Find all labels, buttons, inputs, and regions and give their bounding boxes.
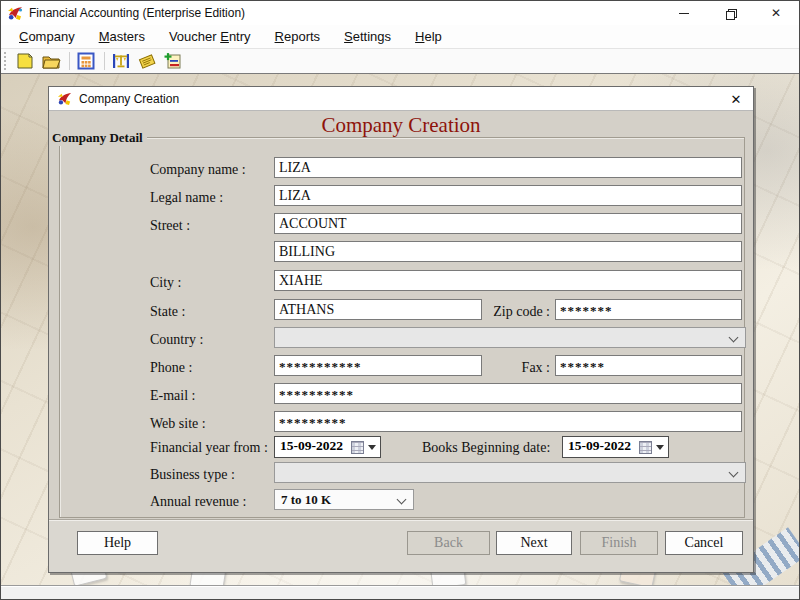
annual-revenue-value: 7 to 10 K xyxy=(281,490,331,510)
menu-bar: CompanyMastersVoucher EntryReportsSettin… xyxy=(1,25,799,49)
phone-label: Phone : xyxy=(150,357,192,378)
help-button[interactable]: Help xyxy=(77,531,158,555)
calendar-icon xyxy=(639,441,652,454)
annual-revenue-select[interactable]: 7 to 10 K xyxy=(274,489,414,510)
chevron-down-icon xyxy=(729,333,739,343)
financial-year-from-datepicker[interactable]: 15-09-2022 xyxy=(274,436,381,458)
business-type-label: Business type : xyxy=(150,464,235,485)
street2-input[interactable] xyxy=(274,241,742,262)
company-name-label: Company name : xyxy=(150,159,246,180)
financial-year-from-value: 15-09-2022 xyxy=(280,438,343,454)
state-input[interactable] xyxy=(274,299,482,320)
window-controls: ✕ xyxy=(661,1,799,25)
dialog-title: Company Creation xyxy=(79,92,179,106)
back-button[interactable]: Back xyxy=(407,531,490,555)
menu-item-voucher-entry[interactable]: Voucher Entry xyxy=(157,26,263,47)
dialog-close-button[interactable]: ✕ xyxy=(725,87,747,111)
toolbar-separator xyxy=(104,52,105,70)
company-name-input[interactable] xyxy=(274,157,742,178)
website-input[interactable] xyxy=(274,411,742,432)
restore-icon xyxy=(726,9,735,18)
country-label: Country : xyxy=(150,329,203,350)
window-title: Financial Accounting (Enterprise Edition… xyxy=(29,6,245,20)
toolbar-grip[interactable] xyxy=(4,52,8,70)
menu-item-masters[interactable]: Masters xyxy=(87,26,157,47)
app-window: Financial Accounting (Enterprise Edition… xyxy=(0,0,800,600)
zip-code-label: Zip code : xyxy=(469,301,550,322)
country-select[interactable] xyxy=(274,327,746,348)
fax-input[interactable] xyxy=(555,355,742,376)
chevron-down-icon xyxy=(729,468,739,478)
dropdown-arrow-icon xyxy=(656,445,664,450)
street-input[interactable] xyxy=(274,213,742,234)
balance-scale-icon[interactable] xyxy=(109,50,133,72)
fax-label: Fax : xyxy=(489,357,550,378)
website-label: Web site : xyxy=(150,413,206,434)
company-creation-dialog: Company Creation ✕ Company Creation Comp… xyxy=(48,86,754,573)
notepad-icon[interactable] xyxy=(135,50,159,72)
financial-year-from-label: Financial year from : xyxy=(150,437,268,458)
workspace-background: Company Creation ✕ Company Creation Comp… xyxy=(1,73,799,585)
menu-item-reports[interactable]: Reports xyxy=(263,26,333,47)
menu-item-company[interactable]: Company xyxy=(7,26,87,47)
toolbar-separator xyxy=(69,52,70,70)
close-icon: ✕ xyxy=(731,92,742,107)
email-label: E-mail : xyxy=(150,385,196,406)
cancel-button[interactable]: Cancel xyxy=(665,531,743,555)
city-label: City : xyxy=(150,272,182,293)
next-button[interactable]: Next xyxy=(496,531,572,555)
books-beginning-date-label: Books Beginning date: xyxy=(422,437,550,458)
calculator-icon[interactable] xyxy=(74,50,98,72)
dialog-icon xyxy=(57,91,72,106)
menu-item-settings[interactable]: Settings xyxy=(332,26,403,47)
city-input[interactable] xyxy=(274,270,742,291)
close-button[interactable]: ✕ xyxy=(753,1,799,25)
close-icon: ✕ xyxy=(771,7,781,19)
dialog-heading: Company Creation xyxy=(49,111,753,139)
business-type-select[interactable] xyxy=(274,462,746,483)
phone-input[interactable] xyxy=(274,355,482,376)
group-label: Company Detail xyxy=(50,130,147,146)
annual-revenue-label: Annual revenue : xyxy=(150,491,246,512)
zip-code-input[interactable] xyxy=(555,299,742,320)
finish-button[interactable]: Finish xyxy=(580,531,658,555)
legal-name-label: Legal name : xyxy=(150,187,223,208)
window-titlebar: Financial Accounting (Enterprise Edition… xyxy=(1,1,799,25)
street-label: Street : xyxy=(150,215,190,236)
legal-name-input[interactable] xyxy=(274,185,742,206)
open-folder-icon[interactable] xyxy=(39,50,63,72)
books-beginning-date-value: 15-09-2022 xyxy=(568,438,631,454)
calendar-icon xyxy=(351,441,364,454)
toolbar xyxy=(1,49,799,73)
maximize-button[interactable] xyxy=(707,1,753,25)
ledger-add-icon[interactable] xyxy=(161,50,185,72)
dialog-titlebar: Company Creation ✕ xyxy=(49,87,753,111)
minimize-button[interactable] xyxy=(661,1,707,25)
books-beginning-datepicker[interactable]: 15-09-2022 xyxy=(562,436,669,458)
menu-item-help[interactable]: Help xyxy=(403,26,454,47)
state-label: State : xyxy=(150,301,185,322)
minimize-icon xyxy=(679,13,689,14)
app-logo-icon xyxy=(7,5,23,21)
chevron-down-icon xyxy=(397,495,407,505)
status-bar xyxy=(1,585,799,599)
email-input[interactable] xyxy=(274,383,742,404)
dropdown-arrow-icon xyxy=(368,445,376,450)
new-note-icon[interactable] xyxy=(13,50,37,72)
